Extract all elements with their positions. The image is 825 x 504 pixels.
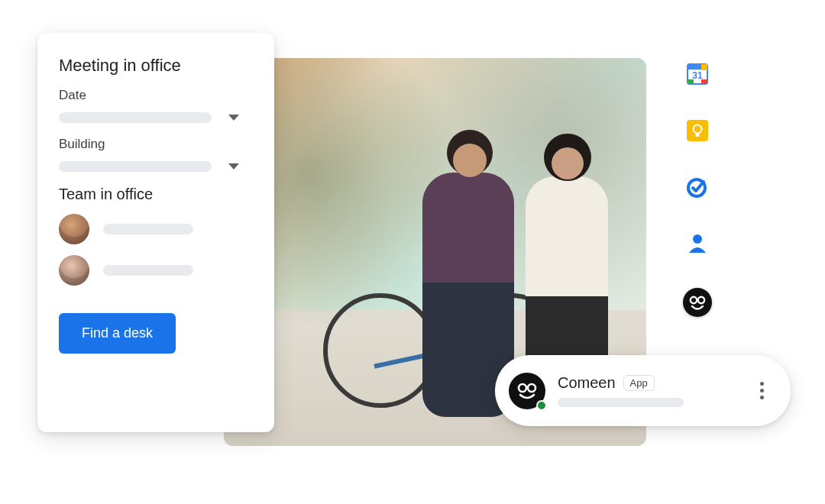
svg-rect-8 [696,133,700,137]
comeen-icon[interactable] [683,288,712,317]
chevron-down-icon [228,163,239,170]
google-calendar-icon[interactable]: 31 [685,62,710,86]
building-value-placeholder [59,161,212,172]
svg-rect-6 [687,120,708,141]
card-title: Meeting in office [59,56,253,76]
avatar [59,255,89,286]
svg-point-14 [528,384,535,392]
google-keep-icon[interactable] [685,118,710,143]
svg-rect-3 [701,64,707,70]
building-select[interactable] [59,161,253,172]
google-contacts-icon[interactable] [685,231,710,256]
comeen-app-pill[interactable]: Comeen App [495,355,791,426]
comeen-logo [509,373,545,409]
svg-point-12 [698,297,704,303]
app-subtitle-placeholder [558,398,684,407]
booking-card: Meeting in office Date Building Team in … [37,33,274,432]
app-name: Comeen [558,374,616,392]
team-row [59,255,253,286]
presence-online-icon [536,400,547,411]
more-options-button[interactable] [752,382,771,399]
app-badge: App [623,375,655,391]
team-row [59,214,253,244]
find-a-desk-button[interactable]: Find a desk [59,313,176,354]
app-rail: 31 [683,62,712,317]
chevron-down-icon [228,115,239,121]
svg-point-10 [693,234,702,244]
svg-point-11 [691,297,697,303]
building-label: Building [59,137,253,152]
date-value-placeholder [59,112,212,123]
team-section-title: Team in office [59,186,253,203]
google-tasks-icon[interactable] [685,175,710,199]
date-select[interactable] [59,112,253,123]
team-member-name-placeholder [103,265,193,276]
svg-point-13 [519,384,526,392]
avatar [59,214,89,244]
svg-text:31: 31 [692,70,703,81]
team-member-name-placeholder [103,224,193,234]
date-label: Date [59,88,253,103]
